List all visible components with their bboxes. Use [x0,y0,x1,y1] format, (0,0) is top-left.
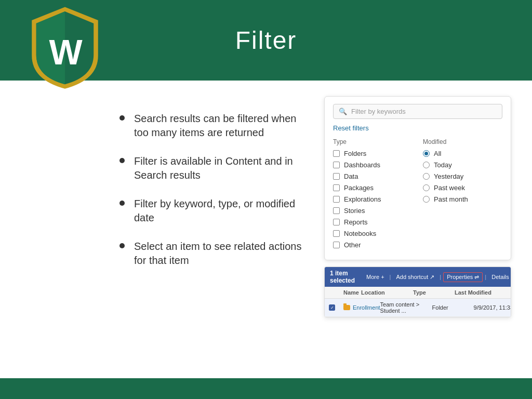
bullet-item-2: Filter is available in Content and in Se… [119,154,309,182]
svg-text:W: W [49,32,83,72]
row-checkbox-check[interactable] [329,304,335,311]
radio-past-week[interactable] [423,184,430,191]
col-checkbox-header [329,289,343,296]
checkbox-stories[interactable] [333,207,340,214]
label-folders: Folders [344,150,366,157]
label-reports: Reports [344,218,368,226]
footer [0,378,532,399]
filter-type-dashboards[interactable]: Dashboards [333,161,413,169]
checkbox-reports[interactable] [333,219,340,225]
add-shortcut-button[interactable]: Add shortcut ↗ [393,273,437,282]
bullet-list: Search results can be filtered when too … [119,96,309,368]
checkbox-packages[interactable] [333,184,340,191]
bullet-dot-1 [119,115,125,121]
filter-columns: Type Folders Dashboards Data [333,138,502,252]
filter-modified-past-week[interactable]: Past week [423,184,502,192]
divider-2: | [440,274,441,280]
bullet-text-1: Search results can be filtered when too … [134,112,309,140]
filter-type-explorations[interactable]: Explorations [333,195,413,203]
label-other: Other [344,241,361,249]
label-all: All [434,150,441,157]
search-icon: 🔍 [339,108,347,115]
radio-yesterday[interactable] [423,173,430,180]
row-modified: 9/9/2017, 11:33 AM [474,304,511,311]
filter-type-notebooks[interactable]: Notebooks [333,230,413,237]
label-data: Data [344,172,358,180]
filter-type-packages[interactable]: Packages [333,184,413,192]
selection-actions: More + | Add shortcut ↗ | Properties ⇌ |… [363,272,511,282]
filter-type-folders[interactable]: Folders [333,150,413,157]
row-name: Enrollment [343,304,380,311]
checkbox-notebooks[interactable] [333,230,340,237]
more-button[interactable]: More + [363,273,388,281]
row-type: Folder [432,304,474,311]
filter-type-data[interactable]: Data [333,172,413,180]
bullet-dot-3 [119,201,125,206]
radio-today[interactable] [423,162,430,168]
logo: W [21,3,109,91]
filter-panel: 🔍 Filter by keywords Reset filters Type … [324,96,511,260]
filter-modified-all[interactable]: All [423,150,502,157]
filter-modified-past-month[interactable]: Past month [423,195,502,203]
bullet-item-3: Filter by keyword, type, or modified dat… [119,197,309,225]
label-today: Today [434,161,452,169]
bullet-dot-2 [119,158,125,163]
filter-modified-yesterday[interactable]: Yesterday [423,172,502,180]
filter-type-other[interactable]: Other [333,241,413,249]
label-yesterday: Yesterday [434,172,463,180]
col-modified-header: Last Modified [455,289,507,296]
divider-3: | [485,274,486,280]
label-notebooks: Notebooks [344,230,376,237]
label-packages: Packages [344,184,374,192]
col-location-header: Location [361,289,413,296]
filter-type-reports[interactable]: Reports [333,218,413,226]
details-button[interactable]: Details ⓘ [488,272,511,282]
checkbox-other[interactable] [333,242,340,248]
filter-search-bar[interactable]: 🔍 Filter by keywords [333,104,502,119]
properties-button[interactable]: Properties ⇌ [443,272,483,282]
bullet-text-4: Select an item to see related actions fo… [134,240,309,268]
label-stories: Stories [344,207,365,215]
selection-count: 1 item selected [330,270,355,284]
col-name-header: Name [343,289,361,296]
bullet-item-4: Select an item to see related actions fo… [119,240,309,268]
table-header: Name Location Type Last Modified [325,287,511,299]
checkbox-data[interactable] [333,173,340,180]
radio-all[interactable] [423,150,430,157]
checkbox-folders[interactable] [333,150,340,157]
selection-bar-top: 1 item selected More + | Add shortcut ↗ … [325,267,511,287]
label-past-week: Past week [434,184,465,192]
row-name-text: Enrollment [353,304,380,311]
selection-bar: 1 item selected More + | Add shortcut ↗ … [324,267,511,317]
radio-past-month[interactable] [423,196,430,203]
row-location: Team content > Student ... [380,301,432,314]
col-type-header: Type [413,289,455,296]
table-row[interactable]: Enrollment Team content > Student ... Fo… [325,299,511,317]
bullet-text-2: Filter is available in Content and in Se… [134,154,309,182]
checkbox-dashboards[interactable] [333,162,340,168]
row-checkbox[interactable] [329,304,343,311]
main-content: Search results can be filtered when too … [0,81,532,378]
type-header: Type [333,138,413,145]
label-explorations: Explorations [344,195,381,203]
filter-type-stories[interactable]: Stories [333,207,413,215]
divider-1: | [390,274,391,280]
filter-modified-col: Modified All Today Yesterday [423,138,502,252]
folder-icon [343,305,350,310]
reset-filters-link[interactable]: Reset filters [333,124,502,132]
filter-modified-today[interactable]: Today [423,161,502,169]
bullet-dot-4 [119,243,125,248]
modified-header: Modified [423,138,502,145]
filter-search-placeholder: Filter by keywords [351,108,406,115]
label-dashboards: Dashboards [344,161,380,169]
checkbox-explorations[interactable] [333,196,340,203]
bullet-item-1: Search results can be filtered when too … [119,112,309,140]
right-panel: 🔍 Filter by keywords Reset filters Type … [324,96,511,368]
filter-type-col: Type Folders Dashboards Data [333,138,413,252]
header: W Filter [0,0,532,81]
bullet-text-3: Filter by keyword, type, or modified dat… [134,197,309,225]
label-past-month: Past month [434,195,468,203]
